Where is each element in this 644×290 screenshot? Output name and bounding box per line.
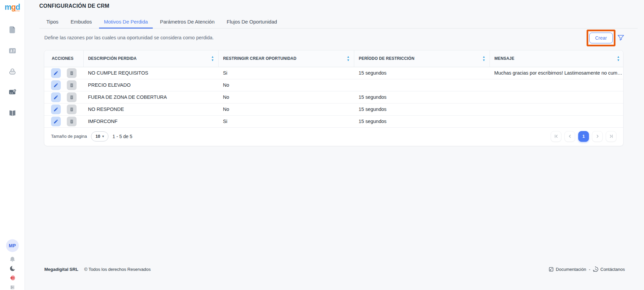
page-description: Define las razones por las cuales una op… <box>44 35 214 40</box>
create-button-highlight: Crear <box>587 30 615 46</box>
descripcion-cell: IMFORCONF <box>83 115 218 127</box>
periodo-cell: 15 segundos <box>354 103 490 115</box>
edit-button[interactable] <box>51 105 61 114</box>
sort-icons[interactable]: ▲▼ <box>617 56 620 61</box>
footer-separator: - <box>589 267 590 272</box>
periodo-cell: 15 segundos <box>354 67 490 79</box>
collapse-sidebar-icon[interactable] <box>7 282 17 290</box>
descripcion-cell: NO CUMPLE REQUISITOS <box>83 67 218 79</box>
periodo-cell: 15 segundos <box>354 115 490 127</box>
table-row: NO CUMPLE REQUISITOS Si 15 segundos Much… <box>44 67 624 79</box>
sort-asc-icon: ▲ <box>482 56 485 58</box>
dark-mode-moon-icon[interactable] <box>7 263 17 274</box>
page-size-label: Tamaño de pagina <box>51 134 87 139</box>
page-size-select[interactable]: 10 ▾ <box>91 131 108 141</box>
actions-cell <box>44 67 83 79</box>
mgd-logo[interactable]: mgd suite <box>5 3 20 12</box>
restringir-cell: No <box>218 79 354 91</box>
table-header-row: ACCIONES DESCRIPCIÓN PERDIDA ▲▼ RESTRING… <box>44 50 624 67</box>
descripcion-cell: FUERA DE ZONA DE COBERTURA <box>83 91 218 103</box>
column-header-acciones[interactable]: ACCIONES <box>44 50 83 67</box>
tabs: TiposEmbudosMotivos De PerdidaParámetros… <box>39 15 638 29</box>
periodo-cell: 15 segundos <box>354 91 490 103</box>
delete-button[interactable] <box>67 80 77 90</box>
mensaje-cell <box>490 115 624 127</box>
notifications-bell-icon[interactable] <box>7 254 17 264</box>
actions-cell <box>44 103 83 115</box>
restringir-cell: Si <box>218 115 354 127</box>
whatsapp-icon <box>593 266 599 272</box>
sort-icons[interactable]: ▲▼ <box>482 56 485 61</box>
sidebar: mgd suite MP <box>0 0 25 290</box>
mensaje-cell <box>490 91 624 103</box>
tab-parámetros-de-atención[interactable]: Parámetros De Atención <box>155 15 220 28</box>
delete-button[interactable] <box>67 92 77 102</box>
mensaje-cell: Muchas gracias por escribirnos! Lastimos… <box>490 67 624 79</box>
column-header-mensaje[interactable]: MENSAJE ▲▼ <box>490 50 624 67</box>
first-page-button[interactable] <box>551 131 561 142</box>
table-row: PRECIO ELEVADO No <box>44 79 624 91</box>
knowledge-book-icon[interactable] <box>7 108 17 118</box>
create-button[interactable]: Crear <box>589 33 612 43</box>
table-footer: Tamaño de pagina 10 ▾ 1 - 5 de 5 1 <box>44 127 623 146</box>
motivos-table-card: ACCIONES DESCRIPCIÓN PERDIDA ▲▼ RESTRING… <box>44 50 624 146</box>
periodo-cell <box>354 79 490 91</box>
table-body: NO CUMPLE REQUISITOS Si 15 segundos Much… <box>44 67 624 127</box>
page-title: CONFIGURACIÓN DE CRM <box>39 3 109 9</box>
card-upload-icon[interactable] <box>7 87 17 97</box>
edit-button[interactable] <box>51 68 61 78</box>
user-avatar[interactable]: MP <box>6 239 19 252</box>
sort-desc-icon: ▼ <box>211 59 214 61</box>
delete-button[interactable] <box>67 117 77 126</box>
previous-page-button[interactable] <box>564 131 575 142</box>
filter-funnel-icon[interactable] <box>617 34 625 42</box>
contacts-icon[interactable] <box>7 46 17 56</box>
next-page-button[interactable] <box>592 131 603 142</box>
tab-flujos-de-oportunidad[interactable]: Flujos De Oportunidad <box>222 15 282 28</box>
delete-button[interactable] <box>67 105 77 114</box>
edit-button[interactable] <box>51 117 61 126</box>
sort-desc-icon: ▼ <box>617 59 620 61</box>
edit-button[interactable] <box>51 92 61 102</box>
last-page-button[interactable] <box>606 131 616 142</box>
table-row: FUERA DE ZONA DE COBERTURA No 15 segundo… <box>44 91 624 103</box>
sort-icons[interactable]: ▲▼ <box>347 56 350 61</box>
pagination: 1 <box>551 131 616 142</box>
company-name: Megadigital SRL <box>44 267 78 272</box>
contact-link[interactable]: Contáctanos <box>593 266 625 272</box>
column-header-restringir-crear-oportunidad[interactable]: RESTRINGIR CREAR OPORTUNIDAD ▲▼ <box>218 50 354 67</box>
sort-asc-icon: ▲ <box>617 56 620 58</box>
documents-icon[interactable] <box>7 25 17 35</box>
actions-cell <box>44 79 83 91</box>
security-lock-icon[interactable] <box>7 67 17 77</box>
table-row: IMFORCONF Si 15 segundos <box>44 115 624 127</box>
sort-icons[interactable]: ▲▼ <box>211 56 214 61</box>
tab-embudos[interactable]: Embudos <box>65 15 97 28</box>
column-header-descripción-perdida[interactable]: DESCRIPCIÓN PERDIDA ▲▼ <box>83 50 218 67</box>
sort-asc-icon: ▲ <box>211 56 214 58</box>
table-row: NO RESPONDE No 15 segundos <box>44 103 624 115</box>
motivos-table: ACCIONES DESCRIPCIÓN PERDIDA ▲▼ RESTRING… <box>44 50 624 128</box>
descripcion-cell: PRECIO ELEVADO <box>83 79 218 91</box>
main-content: CONFIGURACIÓN DE CRM TiposEmbudosMotivos… <box>25 0 644 290</box>
copyright-text: © Todos los derechos Reservados <box>84 267 151 272</box>
restringir-cell: Si <box>218 67 354 79</box>
logout-icon[interactable] <box>7 273 17 283</box>
sort-desc-icon: ▼ <box>347 59 350 61</box>
sort-asc-icon: ▲ <box>347 56 350 58</box>
delete-button[interactable] <box>67 68 77 78</box>
tab-motivos-de-perdida[interactable]: Motivos De Perdida <box>99 15 153 28</box>
restringir-cell: No <box>218 91 354 103</box>
edit-button[interactable] <box>51 80 61 90</box>
page-1-button[interactable]: 1 <box>578 131 589 142</box>
caret-down-icon: ▾ <box>102 134 104 138</box>
pagination-range: 1 - 5 de 5 <box>112 134 132 139</box>
mensaje-cell <box>490 103 624 115</box>
sort-desc-icon: ▼ <box>482 59 485 61</box>
documentation-link[interactable]: Documentación <box>548 266 586 272</box>
page-footer: Megadigital SRL © Todos los derechos Res… <box>44 266 625 273</box>
column-header-período-de-restricción[interactable]: PERÍODO DE RESTRICCIÓN ▲▼ <box>354 50 490 67</box>
tab-tipos[interactable]: Tipos <box>41 15 63 28</box>
actions-cell <box>44 115 83 127</box>
documentation-icon <box>548 266 554 272</box>
